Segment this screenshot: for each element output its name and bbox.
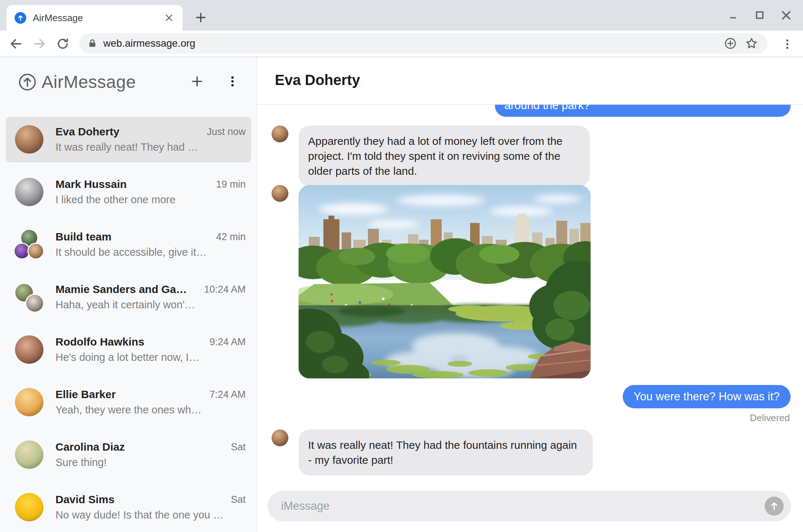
message-text: around the park?	[504, 105, 590, 112]
message-scroll-area[interactable]: around the park? Apparently they had a l…	[257, 105, 803, 485]
forward-button[interactable]	[29, 34, 50, 54]
message-outgoing-partial: around the park?	[495, 105, 791, 117]
conversation-preview: Yeah, they were the ones wh…	[55, 404, 201, 416]
maximize-button[interactable]	[753, 9, 766, 22]
avatar	[15, 178, 43, 206]
message-input[interactable]: iMessage	[281, 500, 765, 513]
conversation-name: Mark Hussain	[55, 178, 127, 190]
message-incoming: It was really neat! They had the fountai…	[272, 429, 593, 475]
conversation-item-rodolfo-hawkins[interactable]: Rodolfo Hawkins He's doing a lot better …	[6, 327, 251, 373]
conversation-name: Carolina Diaz	[55, 441, 125, 453]
conversation-name: Ellie Barker	[55, 388, 116, 401]
conversation-item-david-sims[interactable]: David Sims No way dude! Is that the one …	[6, 485, 251, 530]
conversation-time: 10:24 AM	[204, 284, 246, 295]
minimize-button[interactable]	[727, 9, 740, 22]
browser-tab[interactable]: AirMessage	[7, 5, 182, 31]
conversation-item-eva-doherty[interactable]: Eva Doherty It was really neat! They had…	[6, 117, 251, 162]
conversation-time: Sat	[231, 442, 246, 453]
airmessage-logo-icon	[18, 73, 36, 91]
avatar	[15, 493, 43, 521]
browser-toolbar: web.airmessage.org	[0, 31, 803, 57]
conversation-preview: It should be accessible, give it…	[55, 246, 207, 258]
url-text[interactable]: web.airmessage.org	[103, 38, 717, 49]
send-button[interactable]	[765, 497, 784, 516]
message-incoming-image	[272, 185, 591, 378]
sender-avatar	[272, 126, 288, 142]
browser-window: AirMessage	[0, 0, 803, 532]
conversation-time: Just now	[207, 126, 246, 138]
group-avatar	[15, 283, 43, 311]
conversation-name: David Sims	[55, 493, 115, 506]
window-controls	[727, 0, 803, 31]
conversation-preview: It was really neat! They had …	[55, 141, 198, 153]
conversation-time: 7:24 AM	[210, 389, 246, 400]
conversation-item-ellie-barker[interactable]: Ellie Barker Yeah, they were the ones wh…	[6, 379, 251, 425]
conversation-preview: Sure thing!	[55, 456, 107, 469]
park-photo-attachment[interactable]	[299, 185, 591, 378]
message-bubble: Apparently they had a lot of money left …	[299, 126, 590, 186]
address-bar[interactable]: web.airmessage.org	[79, 33, 768, 54]
avatar	[15, 440, 43, 469]
reload-button[interactable]	[53, 34, 73, 54]
conversation-name: Rodolfo Hawkins	[55, 336, 144, 348]
conversation-item-build-team[interactable]: Build team It should be accessible, give…	[6, 222, 251, 267]
conversation-time: 9:24 AM	[210, 336, 246, 348]
conversation-item-mark-hussain[interactable]: Mark Hussain I liked the other one more …	[6, 169, 251, 215]
sidebar-menu-button[interactable]	[223, 72, 242, 91]
browser-menu-button[interactable]	[778, 31, 796, 57]
conversation-preview: I liked the other one more	[55, 194, 176, 206]
back-button[interactable]	[6, 34, 26, 54]
message-text: You were there? How was it?	[634, 390, 780, 403]
conversation-preview: Haha, yeah it certainly won'…	[55, 299, 195, 311]
sender-avatar	[272, 185, 288, 202]
tab-title: AirMessage	[33, 12, 164, 24]
group-avatar	[15, 230, 43, 259]
message-incoming: Apparently they had a lot of money left …	[272, 126, 590, 186]
new-conversation-button[interactable]	[188, 72, 207, 91]
app-title: AirMessage	[42, 72, 136, 92]
tab-close-icon[interactable]	[164, 12, 174, 23]
conversation-time: 19 min	[216, 179, 246, 190]
message-composer: iMessage	[268, 491, 791, 521]
conversation-sidebar: AirMessage Eva Doherty It was really nea…	[0, 57, 257, 532]
tab-strip: AirMessage	[0, 0, 803, 31]
chat-header: Eva Doherty	[257, 57, 803, 105]
conversation-name: Eva Doherty	[55, 126, 119, 138]
conversation-name: Mamie Sanders and Ga…	[55, 283, 187, 296]
delivered-status: Delivered	[750, 412, 790, 424]
conversation-list: Eva Doherty It was really neat! They had…	[0, 117, 257, 532]
park-photo-graphic	[299, 185, 591, 378]
close-window-button[interactable]	[780, 9, 793, 22]
message-outgoing: You were there? How was it?	[623, 385, 791, 408]
chat-title: Eva Doherty	[275, 72, 360, 88]
conversation-time: 42 min	[216, 231, 246, 243]
sidebar-header: AirMessage	[0, 57, 257, 117]
conversation-item-carolina-diaz[interactable]: Carolina Diaz Sure thing! Sat	[6, 432, 251, 478]
avatar	[15, 335, 43, 364]
app-content: AirMessage Eva Doherty It was really nea…	[0, 57, 803, 532]
bookmark-star-icon[interactable]	[744, 35, 760, 51]
conversation-item-mamie-sanders[interactable]: Mamie Sanders and Ga… Haha, yeah it cert…	[6, 274, 251, 320]
avatar	[15, 125, 43, 154]
sender-avatar	[272, 429, 288, 446]
avatar	[15, 388, 43, 416]
lock-icon	[87, 38, 97, 49]
new-tab-button[interactable]	[190, 7, 212, 28]
conversation-time: Sat	[231, 494, 246, 505]
conversation-preview: He's doing a lot better now, I…	[55, 351, 199, 363]
message-bubble: It was really neat! They had the fountai…	[299, 429, 593, 475]
conversation-name: Build team	[55, 231, 111, 243]
conversation-preview: No way dude! Is that the one you …	[55, 509, 224, 521]
zoom-plus-icon[interactable]	[722, 35, 738, 51]
airmessage-favicon-icon	[15, 12, 26, 24]
chat-pane: Eva Doherty around the park? Apparently …	[257, 57, 803, 532]
